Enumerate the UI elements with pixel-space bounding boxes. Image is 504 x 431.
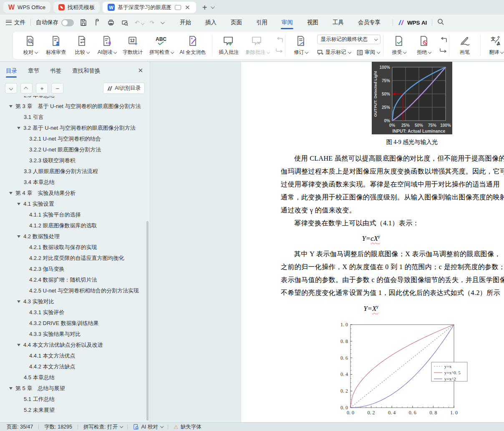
menu-tab-视图[interactable]: 视图 bbox=[300, 15, 325, 30]
next-change-icon[interactable] bbox=[439, 48, 447, 53]
document-tab[interactable]: W 基于深度学习的眼底图像分割 ✕ bbox=[103, 2, 196, 13]
toc-item[interactable]: 4.2.2 对比度受限的自适应直方图均衡化 bbox=[0, 253, 146, 264]
ai-read-aloud-button[interactable]: AI朗读 bbox=[95, 33, 119, 58]
previous-change-icon[interactable] bbox=[439, 37, 447, 43]
show-markup-button[interactable]: 显示标记 bbox=[317, 49, 350, 56]
menu-tab-页面[interactable]: 页面 bbox=[224, 15, 249, 30]
toc-item[interactable]: 3.2 基于 U-net 与空洞卷积的眼底图像分割方法 bbox=[0, 123, 146, 134]
file-menu[interactable]: 文件 bbox=[14, 19, 25, 26]
toc-item[interactable]: 3.4 本章总结 bbox=[0, 177, 146, 188]
toc-item[interactable]: 3.3 人眼眼底图像分割方法流程 bbox=[0, 166, 146, 177]
sidebar-tab-目录[interactable]: 目录 bbox=[6, 62, 17, 80]
expand-all-icon[interactable]: + bbox=[36, 83, 48, 93]
wps-ai-menu[interactable]: WPS AI bbox=[398, 20, 427, 26]
toc-item[interactable]: 4.4.2 本文方法缺点 bbox=[0, 361, 146, 372]
toc-item[interactable]: 4.3.2 DRIVE 数据集训练结果 bbox=[0, 318, 146, 329]
sidebar-tab-查找和替换[interactable]: 查找和替换 bbox=[72, 62, 101, 80]
toc-item[interactable]: 4.1.1 实验平台的选择 bbox=[0, 209, 146, 220]
menu-tab-审阅[interactable]: 审阅 bbox=[275, 15, 300, 30]
document-page[interactable]: EyesCamera0%25%50%75%100%0%25%50%75%100%… bbox=[241, 62, 504, 422]
close-sidebar-icon[interactable]: ✕ bbox=[138, 67, 143, 74]
toc-item[interactable]: 4.1.2 眼底图像数据库的选取 bbox=[0, 220, 146, 231]
delete-comment-button[interactable]: 删除批注 bbox=[242, 33, 272, 58]
ai-polish-button[interactable]: AI 全文润色 bbox=[177, 33, 209, 58]
collapse-arrow-icon[interactable] bbox=[9, 192, 13, 194]
ink-brush-button[interactable]: 画笔 bbox=[453, 33, 477, 58]
redo-icon[interactable]: ↷ bbox=[150, 19, 154, 26]
track-changes-button[interactable]: 修订 bbox=[289, 33, 313, 58]
standard-review-button[interactable]: 标准审查 bbox=[43, 33, 69, 58]
collapse-heading-icon[interactable] bbox=[20, 83, 33, 93]
page-indicator[interactable]: 页面: 35/47 bbox=[7, 423, 33, 431]
close-tab-icon[interactable]: ✕ bbox=[184, 4, 191, 10]
collapse-arrow-icon[interactable] bbox=[17, 344, 20, 346]
collapse-arrow-icon[interactable] bbox=[9, 105, 13, 108]
toc-item[interactable]: 5.2 未来展望 bbox=[0, 405, 146, 416]
print-icon[interactable] bbox=[107, 19, 115, 26]
translate-button[interactable]: 文A 翻译 bbox=[484, 33, 504, 58]
spell-check-status[interactable]: 拼写检查: 打开 bbox=[83, 423, 122, 431]
toc-item[interactable]: 4.3 实验对比 bbox=[0, 296, 146, 307]
collapse-arrow-icon[interactable] bbox=[17, 127, 20, 129]
word-count-button[interactable]: 12 字数统计 bbox=[120, 33, 146, 58]
word-count-indicator[interactable]: 字数: 18295 bbox=[44, 423, 72, 431]
collapse-arrow-icon[interactable] bbox=[9, 387, 13, 390]
search-icon[interactable] bbox=[437, 18, 444, 27]
print-preview-icon[interactable] bbox=[121, 19, 129, 26]
toc-item[interactable]: 4.2.5 U-net 与空洞卷积相结合的分割方法实现 bbox=[0, 285, 146, 296]
save-icon[interactable] bbox=[80, 19, 87, 26]
expand-heading-icon[interactable] bbox=[5, 83, 17, 93]
toc-item[interactable]: 第 5 章 总结与展望 bbox=[0, 383, 146, 394]
autosave-toggle[interactable] bbox=[61, 19, 74, 26]
missing-font-warning[interactable]: ⚠ 缺失字体 bbox=[174, 423, 202, 431]
toc-item[interactable]: 3.1 引言 bbox=[0, 112, 146, 123]
toc-item[interactable]: 4.2.4 数据扩增：随机切片法 bbox=[0, 275, 146, 285]
toc-item[interactable]: 4.5 本章总结 bbox=[0, 372, 146, 383]
hamburger-menu-icon[interactable] bbox=[6, 20, 12, 25]
toc-item[interactable]: 第 4 章 实验及结果分析 bbox=[0, 188, 146, 199]
sidebar-scrollbar[interactable] bbox=[146, 221, 149, 421]
export-pdf-icon[interactable] bbox=[93, 19, 101, 26]
review-pane-button[interactable]: 审阅 bbox=[357, 49, 379, 56]
quick-access-chevron-icon[interactable] bbox=[161, 20, 165, 24]
toc-item[interactable]: 2.3 本章总结 bbox=[0, 96, 146, 101]
tab-list-chevron-icon[interactable] bbox=[211, 5, 215, 9]
accept-button[interactable]: 接受 bbox=[387, 33, 411, 58]
toc-item[interactable]: 4.4 本文方法优缺点分析以及改进 bbox=[0, 340, 146, 350]
app-tab-wps-office[interactable]: W WPS Office bbox=[3, 2, 50, 13]
toc-item[interactable]: 4.1 实验设置 bbox=[0, 199, 146, 209]
menu-tab-插入[interactable]: 插入 bbox=[198, 15, 224, 30]
menu-tab-开始[interactable]: 开始 bbox=[173, 15, 198, 30]
collapse-arrow-icon[interactable] bbox=[17, 235, 20, 238]
markup-state-dropdown[interactable]: 显示标记的最终状态 bbox=[317, 35, 381, 44]
spell-check-button[interactable]: ABC 拼写检查 bbox=[146, 33, 176, 58]
menu-tab-会员专享[interactable]: 会员专享 bbox=[351, 15, 388, 30]
toc-item[interactable]: 5.1 工作总结 bbox=[0, 394, 146, 405]
toc-item[interactable]: 第 3 章 基于 U-net 与空洞卷积的眼底图像分割方法 bbox=[0, 101, 146, 112]
ai-proofread-status[interactable]: AI 校对 bbox=[133, 423, 162, 431]
collapse-all-icon[interactable]: − bbox=[51, 83, 63, 93]
toc-item[interactable]: 3.2.2 U-net 眼底图像分割方法 bbox=[0, 144, 146, 155]
toc-item[interactable]: 4.4.1 本文方法优点 bbox=[0, 350, 146, 361]
next-comment-icon[interactable] bbox=[275, 48, 283, 53]
menu-tab-工具[interactable]: 工具 bbox=[325, 15, 351, 30]
float-window-icon[interactable] bbox=[175, 5, 181, 10]
toc-item[interactable]: 3.2.1 U-net 与空洞卷积的结合 bbox=[0, 134, 146, 144]
previous-comment-icon[interactable] bbox=[275, 37, 283, 43]
toc-item[interactable]: 3.2.3 级联空洞卷积 bbox=[0, 155, 146, 166]
compare-button[interactable]: 比较 bbox=[70, 33, 94, 58]
reject-button[interactable]: 拒绝 bbox=[412, 33, 436, 58]
ai-detect-toc-button[interactable]: AI识别目录 bbox=[103, 83, 145, 94]
undo-icon[interactable]: ↶ bbox=[135, 19, 144, 26]
sidebar-tab-书签[interactable]: 书签 bbox=[50, 62, 61, 80]
toc-item[interactable]: 4.2.1 数据读取与保存的实现 bbox=[0, 242, 146, 253]
toc-item[interactable]: 4.3.3 实验结果与对比 bbox=[0, 329, 146, 340]
menu-tab-引用[interactable]: 引用 bbox=[249, 15, 275, 30]
toc-item[interactable]: 4.3.1 实验评价 bbox=[0, 307, 146, 318]
sidebar-tab-章节[interactable]: 章节 bbox=[28, 62, 39, 80]
collapse-arrow-icon[interactable] bbox=[17, 300, 20, 303]
app-tab-docer-templates[interactable]: 找稻壳模板 bbox=[53, 2, 100, 13]
toc-item[interactable]: 4.2 数据预处理 bbox=[0, 231, 146, 242]
toc-item[interactable]: 4.2.3 伽马变换 bbox=[0, 264, 146, 275]
collapse-arrow-icon[interactable] bbox=[17, 203, 20, 205]
